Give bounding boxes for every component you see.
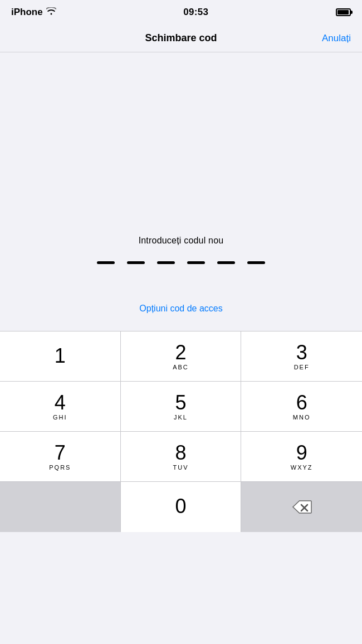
key-6-number: 6 xyxy=(296,393,307,413)
passcode-options-button[interactable]: Opțiuni cod de acces xyxy=(139,304,222,314)
pin-dash-6 xyxy=(247,261,265,264)
key-6-letters: MNO xyxy=(293,414,311,421)
key-0[interactable]: 0 xyxy=(121,482,242,532)
status-left: iPhone xyxy=(11,7,56,18)
key-6[interactable]: 6 MNO xyxy=(241,382,362,432)
pin-dash-1 xyxy=(97,261,115,264)
wifi-icon xyxy=(46,7,56,18)
key-8[interactable]: 8 TUV xyxy=(121,432,242,482)
key-0-number: 0 xyxy=(175,496,186,516)
status-bar: iPhone 09:53 xyxy=(0,0,362,25)
key-4-letters: GHI xyxy=(53,414,67,421)
pin-dash-4 xyxy=(187,261,205,264)
navigation-bar: Schimbare cod Anulați xyxy=(0,25,362,52)
cancel-button[interactable]: Anulați xyxy=(322,33,351,44)
battery-fill xyxy=(337,10,349,14)
key-9-number: 9 xyxy=(296,443,307,463)
key-4[interactable]: 4 GHI xyxy=(0,382,121,432)
key-5-number: 5 xyxy=(175,393,186,413)
page-title: Schimbare cod xyxy=(145,32,217,44)
prompt-text: Introduceți codul nou xyxy=(139,236,224,246)
carrier-label: iPhone xyxy=(11,7,43,18)
key-3-number: 3 xyxy=(296,343,307,363)
key-2-number: 2 xyxy=(175,343,186,363)
key-3[interactable]: 3 DEF xyxy=(241,331,362,382)
key-8-number: 8 xyxy=(175,443,186,463)
key-9[interactable]: 9 WXYZ xyxy=(241,432,362,482)
key-7[interactable]: 7 PQRS xyxy=(0,432,121,482)
keypad: 1 2 ABC 3 DEF 4 GHI 5 JKL 6 MNO 7 PQRS 8… xyxy=(0,331,362,482)
pin-dash-3 xyxy=(157,261,175,264)
key-empty-left xyxy=(0,482,121,532)
key-8-letters: TUV xyxy=(173,464,188,471)
status-time: 09:53 xyxy=(183,7,208,18)
key-3-letters: DEF xyxy=(294,364,310,370)
key-5[interactable]: 5 JKL xyxy=(121,382,242,432)
keypad-bottom-row: 0 xyxy=(0,482,362,532)
key-7-number: 7 xyxy=(55,443,66,463)
battery-indicator xyxy=(336,8,351,16)
key-4-number: 4 xyxy=(55,393,66,413)
battery-icon xyxy=(336,8,351,16)
pin-dash-5 xyxy=(217,261,235,264)
key-7-letters: PQRS xyxy=(49,464,71,471)
key-1-number: 1 xyxy=(55,346,66,366)
key-1[interactable]: 1 xyxy=(0,331,121,382)
pin-dash-2 xyxy=(127,261,145,264)
delete-icon xyxy=(292,500,312,514)
pin-dots-row xyxy=(97,261,265,264)
key-2[interactable]: 2 ABC xyxy=(121,331,242,382)
key-5-letters: JKL xyxy=(174,414,188,421)
pin-entry-area: Introduceți codul nou xyxy=(0,52,362,286)
options-area: Opțiuni cod de acces xyxy=(0,286,362,331)
key-2-letters: ABC xyxy=(173,364,189,370)
key-9-letters: WXYZ xyxy=(291,464,313,471)
delete-button[interactable] xyxy=(241,482,362,532)
